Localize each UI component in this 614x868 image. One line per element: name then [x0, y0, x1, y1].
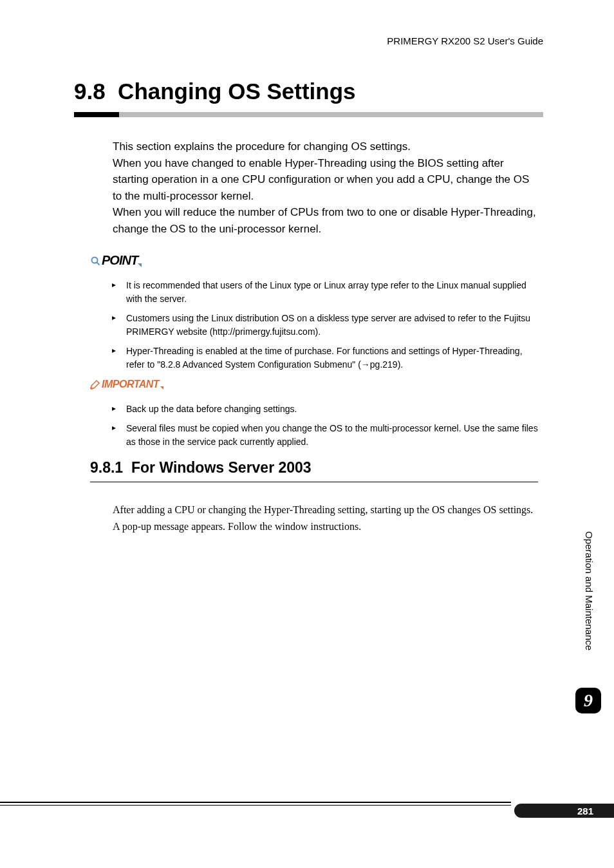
important-label: IMPORTANT: [90, 379, 163, 390]
chapter-title: 9.8 Changing OS Settings: [74, 79, 543, 104]
point-label: POINT: [90, 253, 142, 268]
page-number-badge: 281: [514, 804, 614, 818]
footer-rule: [0, 802, 511, 806]
list-item: Hyper-Threading is enabled at the time o…: [126, 344, 543, 372]
point-corner-icon: [138, 263, 142, 267]
point-section: POINT It is recommended that users of th…: [90, 253, 543, 377]
subsection-title: 9.8.1 For Windows Server 2003: [90, 459, 538, 482]
subsection-number: 9.8.1: [90, 459, 123, 476]
pencil-warning-icon: [90, 379, 100, 390]
intro-paragraph: This section explains the procedure for …: [113, 138, 538, 237]
intro-p3: When you will reduce the number of CPUs …: [113, 206, 536, 235]
intro-p1: This section explains the procedure for …: [113, 140, 411, 153]
chapter-title-text: Changing OS Settings: [118, 79, 355, 104]
important-corner-icon: [160, 386, 163, 390]
subsection-paragraph: After adding a CPU or changing the Hyper…: [113, 502, 538, 534]
important-list: Back up the data before changing setting…: [90, 402, 543, 449]
list-item: Back up the data before changing setting…: [126, 402, 543, 416]
list-item: It is recommended that users of the Linu…: [126, 279, 543, 306]
point-list: It is recommended that users of the Linu…: [90, 279, 543, 372]
page-header: PRIMERGY RX200 S2 User's Guide: [387, 35, 543, 46]
svg-line-1: [97, 262, 100, 265]
point-label-text: POINT: [102, 253, 138, 268]
list-item: Customers using the Linux distribution O…: [126, 312, 543, 339]
title-underline: [74, 112, 543, 117]
page-number: 281: [577, 806, 593, 816]
chapter-badge: 9: [575, 688, 601, 713]
side-section-label: Operation and Maintenance: [584, 531, 595, 650]
intro-p2: When you have changed to enable Hyper-Th…: [113, 157, 529, 202]
list-item: Several files must be copied when you ch…: [126, 422, 543, 449]
chapter-number: 9.8: [74, 79, 106, 104]
chapter-title-block: 9.8 Changing OS Settings: [74, 79, 543, 117]
important-section: IMPORTANT Back up the data before changi…: [90, 379, 543, 455]
important-label-text: IMPORTANT: [102, 379, 159, 390]
magnifier-icon: [90, 256, 100, 266]
subsection-title-text: For Windows Server 2003: [131, 459, 312, 476]
subsection: 9.8.1 For Windows Server 2003 After addi…: [90, 459, 538, 534]
